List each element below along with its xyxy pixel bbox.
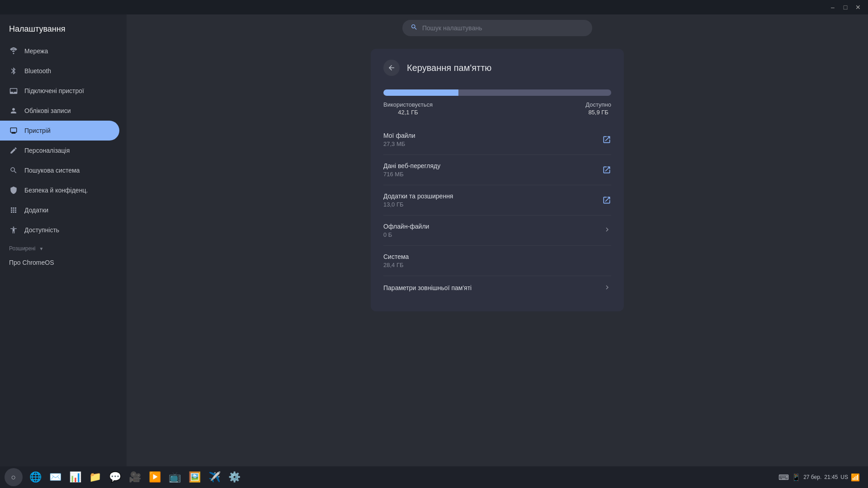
minimize-button[interactable]: – [826,1,839,14]
page-title: Керування пам'яттю [407,63,491,73]
storage-row-addons-ext[interactable]: Додатки та розширення13,0 ГБ [383,185,611,216]
sidebar-item-label-device: Пристрій [24,127,51,134]
taskbar-apps: 🌐✉️📊📁💬🎥▶️📺🖼️✈️⚙️ [26,468,243,486]
sidebar-item-about[interactable]: Про ChromeOS [0,253,119,272]
external-link-icon-browse-data[interactable] [602,165,611,174]
search-icon [9,166,18,175]
sidebar-item-label-addons: Додатки [24,206,48,214]
external-link-icon-addons-ext[interactable] [602,196,611,205]
storage-row-size-offline-files: 0 Б [383,231,429,238]
taskbar-app-files[interactable]: 📁 [86,468,104,486]
sidebar-item-bluetooth[interactable]: Bluetooth [0,61,119,81]
sidebar-item-addons[interactable]: Додатки [0,200,119,220]
storage-row-my-files[interactable]: Мої файли27,3 МБ [383,125,611,155]
storage-used-value: 42,1 ГБ [383,109,433,116]
taskbar-right: ⌨ 📱 27 бер. 21:45 US 📶 [775,473,863,482]
sidebar-item-label-connected-devices: Підключені пристрої [24,87,84,94]
storage-bar-used [383,89,458,96]
storage-labels: Використовується 42,1 ГБ Доступно 85,9 Г… [383,101,611,116]
taskbar-tray: ⌨ 📱 27 бер. 21:45 US 📶 [778,473,860,482]
storage-row-offline-files[interactable]: Офлайн-файли0 Б [383,216,611,246]
maximize-button[interactable]: □ [839,1,852,14]
storage-row-info-system: Система28,4 ГБ [383,253,409,268]
accessibility-icon [9,225,18,235]
sidebar: Налаштування Мережа Bluetooth Підключені… [0,14,127,466]
storage-row-name-offline-files: Офлайн-файли [383,223,429,230]
app-container: Налаштування Мережа Bluetooth Підключені… [0,14,868,466]
taskbar-app-chrome[interactable]: 🌐 [26,468,44,486]
storage-row-info-offline-files: Офлайн-файли0 Б [383,223,429,238]
sidebar-item-label-about: Про ChromeOS [9,259,54,266]
taskbar-app-settings[interactable]: ⚙️ [225,468,243,486]
search-bar [402,20,592,36]
taskbar-app-telegram[interactable]: ✈️ [205,468,223,486]
taskbar-app-photos[interactable]: 🖼️ [185,468,203,486]
storage-rows-container: Мої файли27,3 МБДані веб-перегляду716 МБ… [383,125,611,300]
chevron-down-icon: ▼ [39,246,44,251]
storage-used-label-group: Використовується 42,1 ГБ [383,101,433,116]
content-area: Керування пам'яттю Використовується 42,1… [127,14,868,466]
taskbar-app-gmail[interactable]: ✉️ [46,468,64,486]
taskbar: ○ 🌐✉️📊📁💬🎥▶️📺🖼️✈️⚙️ ⌨ 📱 27 бер. 21:45 US … [0,466,868,488]
sidebar-item-accessibility[interactable]: Доступність [0,220,119,240]
storage-available-value: 85,9 ГБ [585,109,611,116]
monitor-icon [9,126,18,135]
external-link-icon-my-files[interactable] [602,135,611,144]
storage-row-name-my-files: Мої файли [383,132,415,139]
storage-bar [383,89,611,96]
sidebar-item-search[interactable]: Пошукова система [0,160,119,180]
taskbar-app-youtube[interactable]: 📺 [165,468,184,486]
storage-row-size-my-files: 27,3 МБ [383,141,415,147]
sidebar-item-label-accessibility: Доступність [24,226,59,234]
apps-icon [9,206,18,215]
storage-row-info-addons-ext: Додатки та розширення13,0 ГБ [383,192,453,208]
sidebar-item-label-personalization: Персоналізація [24,147,70,154]
sidebar-item-device[interactable]: Пристрій [0,121,119,141]
storage-row-size-system: 28,4 ГБ [383,262,409,268]
date-display: 27 бер. [803,474,821,480]
launcher-button[interactable]: ○ [5,468,23,486]
sidebar-item-network[interactable]: Мережа [0,41,119,61]
pen-icon [9,146,18,155]
sidebar-advanced-section[interactable]: Розширені ▼ [0,240,127,253]
taskbar-app-play[interactable]: ▶️ [146,468,164,486]
sidebar-item-personalization[interactable]: Персоналізація [0,141,119,160]
sidebar-item-label-search: Пошукова система [24,167,80,174]
sidebar-item-connected-devices[interactable]: Підключені пристрої [0,81,119,101]
storage-row-system: Система28,4 ГБ [383,246,611,276]
wifi-tray-icon: 📶 [851,473,860,482]
tablet-icon [9,86,18,95]
sidebar-item-accounts[interactable]: Облікові записи [0,101,119,121]
storage-row-info-external-storage: Параметри зовнішньої пам'яті [383,284,472,293]
keyboard-tray-icon: ⌨ [778,473,789,482]
storage-row-external-storage[interactable]: Параметри зовнішньої пам'яті [383,276,611,300]
search-input[interactable] [422,24,584,32]
taskbar-app-slides[interactable]: 📊 [66,468,84,486]
storage-row-browse-data[interactable]: Дані веб-перегляду716 МБ [383,155,611,185]
storage-used-title: Використовується [383,101,433,108]
close-button[interactable]: ✕ [852,1,864,14]
search-bar-container [127,14,868,40]
sidebar-item-label-security: Безпека й конфіденц. [24,187,88,194]
time-display: 21:45 [824,474,838,480]
chevron-right-icon-external-storage[interactable] [603,283,611,293]
storage-row-info-my-files: Мої файли27,3 МБ [383,132,415,147]
back-button[interactable] [383,60,400,76]
storage-row-name-system: Система [383,253,409,260]
taskbar-app-meet[interactable]: 🎥 [126,468,144,486]
bluetooth-icon [9,66,18,75]
panel-card: Керування пам'яттю Використовується 42,1… [371,49,624,311]
wifi-icon [9,47,18,56]
shield-icon [9,186,18,195]
sidebar-item-label-accounts: Облікові записи [24,107,71,114]
sidebar-item-security[interactable]: Безпека й конфіденц. [0,180,119,200]
tablet-tray-icon: 📱 [792,473,801,482]
taskbar-app-chat[interactable]: 💬 [106,468,124,486]
chevron-right-icon-offline-files[interactable] [603,225,611,235]
storage-row-name-browse-data: Дані веб-перегляду [383,162,440,169]
app-title: Налаштування [0,20,127,41]
person-icon [9,106,18,115]
storage-bar-container: Використовується 42,1 ГБ Доступно 85,9 Г… [383,89,611,116]
storage-available-title: Доступно [585,101,611,108]
page-title-row: Керування пам'яттю [383,60,611,76]
